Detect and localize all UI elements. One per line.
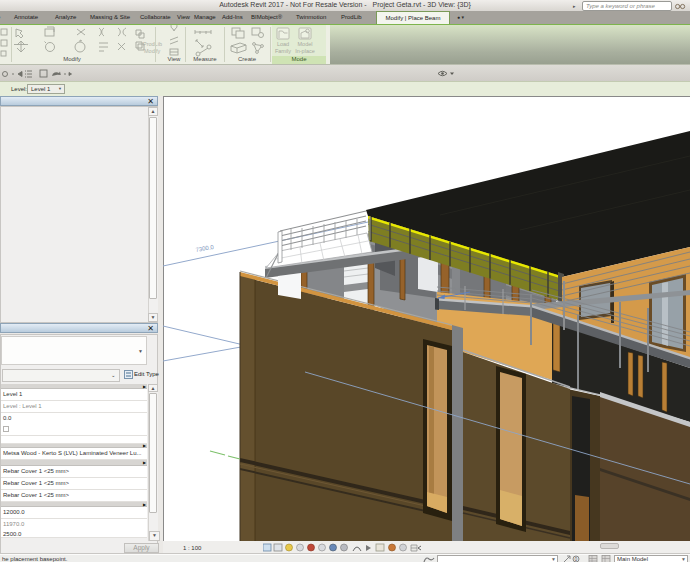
svg-text:0: 0 (575, 556, 578, 562)
svg-text:ProdLib: ProdLib (143, 41, 162, 47)
svg-text:In-place: In-place (295, 48, 315, 54)
svg-text:Load: Load (277, 41, 289, 47)
svg-text:Modify: Modify (144, 48, 160, 54)
svg-text:7300.0: 7300.0 (195, 244, 215, 253)
svg-text:Family: Family (275, 48, 291, 54)
svg-text:Model: Model (298, 41, 313, 47)
